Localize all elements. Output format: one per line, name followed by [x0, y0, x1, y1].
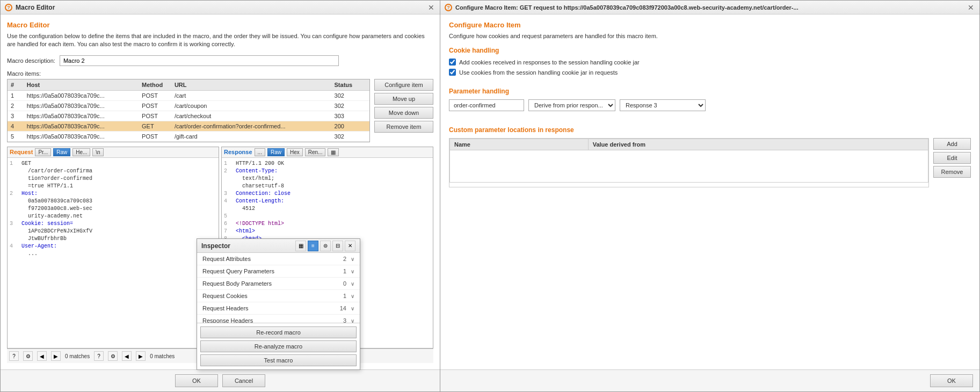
cookie-checkbox-row-2: Use cookies from the session handling co… — [449, 69, 971, 76]
request-tab-raw[interactable]: Raw — [53, 148, 70, 156]
response-select[interactable]: Response 3 — [620, 99, 706, 111]
table-row[interactable]: 1 https://0a5a0078039ca709c... POST /car… — [8, 90, 369, 100]
chevron-down-icon: ∨ — [351, 281, 354, 287]
custom-param-col-name: Name — [450, 139, 589, 150]
match-count-left: 0 matches — [65, 353, 90, 359]
configure-ok-button[interactable]: OK — [930, 374, 973, 387]
use-cookies-checkbox[interactable] — [449, 69, 456, 76]
inspector-row-req-headers[interactable]: Request Headers 14 ∨ — [197, 302, 360, 315]
table-row[interactable]: 3 https://0a5a0078039ca709c... POST /car… — [8, 111, 369, 121]
row-method: POST — [139, 111, 171, 121]
response-label: Response — [224, 149, 252, 155]
inspector-grid-btn[interactable]: ▦ — [295, 241, 306, 251]
derive-from-select[interactable]: Derive from prior respon... — [528, 99, 615, 111]
response-tab-extra[interactable]: ▦ — [328, 148, 339, 156]
row-status: 302 — [331, 100, 369, 111]
inspector-view-btn[interactable]: ≡ — [308, 241, 318, 251]
back-icon-left[interactable]: ◀ — [37, 351, 47, 361]
custom-params-title: Custom parameter locations in response — [449, 126, 971, 134]
table-action-buttons: Configure item Move up Move down Remove … — [374, 79, 433, 142]
response-tab-hex[interactable]: Hex — [287, 148, 303, 156]
forward-icon-left[interactable]: ▶ — [51, 351, 61, 361]
macro-editor-description: Use the configuration below to define th… — [7, 32, 433, 49]
configure-title: Configure Macro Item: GET request to htt… — [455, 4, 798, 11]
chevron-down-icon: ∨ — [351, 306, 354, 311]
macro-table-wrapper: # Host Method URL Status 1 https://0a5a0… — [7, 79, 370, 142]
configure-item-button[interactable]: Configure item — [374, 79, 433, 91]
chevron-down-icon: ∨ — [351, 256, 354, 262]
row-status: 302 — [331, 90, 369, 100]
re-record-macro-button[interactable]: Re-record macro — [200, 326, 357, 338]
row-method: GET — [139, 121, 171, 131]
back-icon-right[interactable]: ◀ — [122, 351, 132, 361]
ok-button[interactable]: OK — [175, 374, 218, 387]
macro-editor-heading: Macro Editor — [7, 21, 433, 29]
request-tab-n[interactable]: \n — [92, 148, 103, 156]
add-param-button[interactable]: Add — [933, 138, 971, 150]
row-method: POST — [139, 90, 171, 100]
inspector-row-body-params[interactable]: Request Body Parameters 0 ∨ — [197, 278, 360, 290]
inspector-bottom-buttons: Re-record macro Re-analyze macro Test ma… — [197, 323, 360, 369]
response-tab-dot[interactable]: ... — [255, 148, 265, 156]
inspector-row-query-params[interactable]: Request Query Parameters 1 ∨ — [197, 265, 360, 278]
use-cookies-label: Use cookies from the session handling co… — [459, 69, 618, 76]
help-icon-left[interactable]: ? — [9, 351, 19, 361]
macro-table-area: # Host Method URL Status 1 https://0a5a0… — [7, 79, 433, 142]
cancel-button[interactable]: Cancel — [222, 374, 265, 387]
macro-editor-close-button[interactable]: ✕ — [427, 4, 435, 11]
request-code-area: 1GET /cart/order-confirma tion?order-con… — [8, 158, 219, 348]
table-row[interactable]: 5 https://0a5a0078039ca709c... POST /gif… — [8, 131, 369, 141]
custom-params-table: Name Value derived from — [449, 139, 928, 183]
test-macro-button[interactable]: Test macro — [200, 354, 357, 366]
configure-content: Configure Macro Item Configure how cooki… — [440, 14, 979, 369]
re-analyze-macro-button[interactable]: Re-analyze macro — [200, 340, 357, 352]
inspector-row-cookies[interactable]: Request Cookies 1 ∨ — [197, 290, 360, 302]
inspector-split-btn[interactable]: ⊟ — [332, 241, 343, 251]
chevron-down-icon: ∨ — [351, 318, 354, 323]
remove-item-button[interactable]: Remove item — [374, 121, 433, 133]
row-num: 1 — [8, 90, 24, 100]
configure-close-button[interactable]: ✕ — [967, 4, 975, 11]
col-header-host: Host — [24, 79, 139, 91]
cookie-handling-title: Cookie handling — [449, 47, 971, 54]
edit-param-button[interactable]: Edit — [933, 152, 971, 164]
request-panel: Request Pr... Raw He... \n 1GET /cart/or… — [7, 147, 219, 349]
inspector-align-btn[interactable]: ⊜ — [320, 241, 331, 251]
inspector-row-resp-headers[interactable]: Response Headers 3 ∨ — [197, 315, 360, 323]
inspector-row-request-attributes[interactable]: Request Attributes 2 ∨ — [197, 253, 360, 265]
chevron-down-icon: ∨ — [351, 293, 354, 299]
macro-description-input[interactable] — [60, 55, 339, 66]
configure-panel: ? Configure Macro Item: GET request to h… — [440, 0, 980, 392]
row-num: 3 — [8, 111, 24, 121]
add-cookies-checkbox[interactable] — [449, 59, 456, 66]
move-up-button[interactable]: Move up — [374, 93, 433, 105]
custom-param-empty-row — [450, 150, 928, 183]
table-row[interactable]: 2 https://0a5a0078039ca709c... POST /car… — [8, 100, 369, 111]
chevron-down-icon: ∨ — [351, 268, 354, 274]
help-icon-right[interactable]: ? — [94, 351, 104, 361]
forward-icon-right[interactable]: ▶ — [136, 351, 146, 361]
row-host: https://0a5a0078039ca709c... — [24, 90, 139, 100]
row-host: https://0a5a0078039ca709c... — [24, 111, 139, 121]
response-tab-raw[interactable]: Raw — [267, 148, 285, 156]
configure-titlebar: ? Configure Macro Item: GET request to h… — [440, 1, 979, 14]
row-url: /cart — [171, 90, 331, 100]
macro-items-table: # Host Method URL Status 1 https://0a5a0… — [8, 79, 369, 142]
inspector-panel: Inspector ▦ ≡ ⊜ ⊟ ✕ Request Attributes 2… — [197, 238, 360, 370]
settings-icon-left[interactable]: ⚙ — [23, 351, 33, 361]
table-row-selected[interactable]: 4 https://0a5a0078039ca709c... GET /cart… — [8, 121, 369, 131]
custom-params-area: Name Value derived from Add Edit — [449, 138, 971, 187]
response-tab-ren[interactable]: Ren... — [305, 148, 326, 156]
inspector-toolbar: ▦ ≡ ⊜ ⊟ ✕ — [295, 241, 355, 251]
request-tab-pr[interactable]: Pr... — [35, 148, 51, 156]
parameter-handling-title: Parameter handling — [449, 88, 971, 95]
remove-param-button[interactable]: Remove — [933, 166, 971, 178]
settings-icon-right[interactable]: ⚙ — [108, 351, 118, 361]
col-header-url: URL — [171, 79, 331, 91]
macro-items-label: Macro items: — [7, 70, 433, 77]
cookie-checkbox-row-1: Add cookies received in responses to the… — [449, 59, 971, 66]
inspector-close-btn[interactable]: ✕ — [345, 241, 355, 251]
request-tab-he[interactable]: He... — [72, 148, 90, 156]
macro-description-row: Macro description: — [7, 55, 433, 66]
move-down-button[interactable]: Move down — [374, 107, 433, 119]
